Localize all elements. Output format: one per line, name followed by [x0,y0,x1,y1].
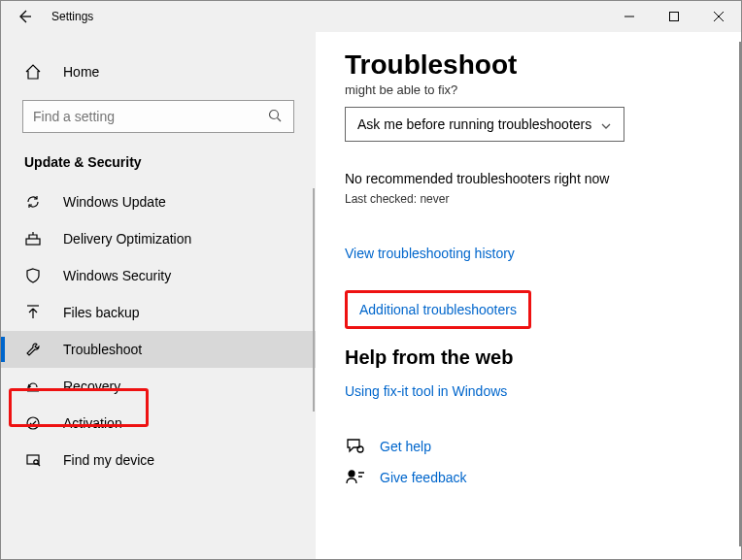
sidebar: Home Update & Security Windows Update [1,32,316,559]
give-feedback-link[interactable]: Give feedback [380,470,467,485]
get-help-row[interactable]: Get help [345,438,712,455]
sidebar-item-recovery[interactable]: Recovery [1,368,316,405]
backup-icon [24,304,42,321]
activation-icon [24,414,42,432]
page-title: Troubleshoot [345,49,712,81]
shield-icon [24,267,42,284]
chevron-down-icon [600,118,612,130]
minimize-button[interactable] [607,1,652,32]
back-button[interactable] [15,7,34,26]
help-web-link[interactable]: Using fix-it tool in Windows [345,383,507,399]
close-button[interactable] [696,1,741,32]
search-input[interactable] [33,109,268,124]
recovery-icon [24,378,42,395]
search-input-wrap[interactable] [22,100,294,133]
get-help-link[interactable]: Get help [380,439,431,454]
nav-list: Windows Update Delivery Optimization Win… [1,183,316,478]
sidebar-item-find-my-device[interactable]: Find my device [1,442,316,478]
sidebar-item-label: Find my device [63,452,154,468]
sidebar-item-windows-update[interactable]: Windows Update [1,183,316,220]
sidebar-item-label: Delivery Optimization [63,231,191,247]
sidebar-item-label: Files backup [63,305,140,320]
help-section-header: Help from the web [345,346,712,369]
svg-point-12 [357,446,363,452]
additional-troubleshooters-link[interactable]: Additional troubleshooters [359,302,517,317]
svg-point-13 [349,471,354,477]
home-label: Home [63,64,99,80]
maximize-button[interactable] [652,1,696,32]
find-device-icon [24,451,42,469]
sidebar-item-files-backup[interactable]: Files backup [1,294,316,331]
scrollbar-left[interactable] [313,188,315,412]
refresh-icon [24,193,42,211]
chat-icon [345,438,366,455]
titlebar: Settings [1,1,741,32]
sidebar-item-troubleshoot[interactable]: Troubleshoot [1,331,316,368]
svg-rect-6 [26,239,40,245]
sidebar-item-label: Troubleshoot [63,342,142,357]
last-checked-text: Last checked: never [345,192,712,206]
sidebar-item-delivery-optimization[interactable]: Delivery Optimization [1,220,316,257]
svg-rect-1 [670,13,679,21]
give-feedback-row[interactable]: Give feedback [345,469,712,486]
search-icon [268,109,284,124]
annotation-highlight: Additional troubleshooters [345,290,531,329]
home-nav[interactable]: Home [1,53,316,90]
svg-point-8 [27,417,39,429]
no-recommended-text: No recommended troubleshooters right now [345,171,712,186]
home-icon [24,63,42,81]
dropdown-value: Ask me before running troubleshooters [357,116,600,132]
wrench-icon [24,341,42,358]
recommendation-dropdown[interactable]: Ask me before running troubleshooters [345,107,624,142]
svg-line-5 [278,118,282,122]
main-panel: Troubleshoot might be able to fix? Ask m… [316,32,741,559]
sidebar-section-title: Update & Security [1,139,316,183]
svg-point-4 [270,111,279,119]
scrollbar[interactable] [739,42,741,546]
feedback-icon [345,469,366,486]
sidebar-item-label: Activation [63,415,122,431]
sidebar-item-label: Recovery [63,379,120,394]
sidebar-item-label: Windows Update [63,194,166,210]
sidebar-item-activation[interactable]: Activation [1,405,316,442]
subtitle-fragment: might be able to fix? [345,82,712,97]
window-title: Settings [51,10,93,23]
sidebar-item-label: Windows Security [63,268,171,283]
delivery-icon [24,230,42,247]
view-history-link[interactable]: View troubleshooting history [345,246,515,261]
sidebar-item-windows-security[interactable]: Windows Security [1,257,316,294]
